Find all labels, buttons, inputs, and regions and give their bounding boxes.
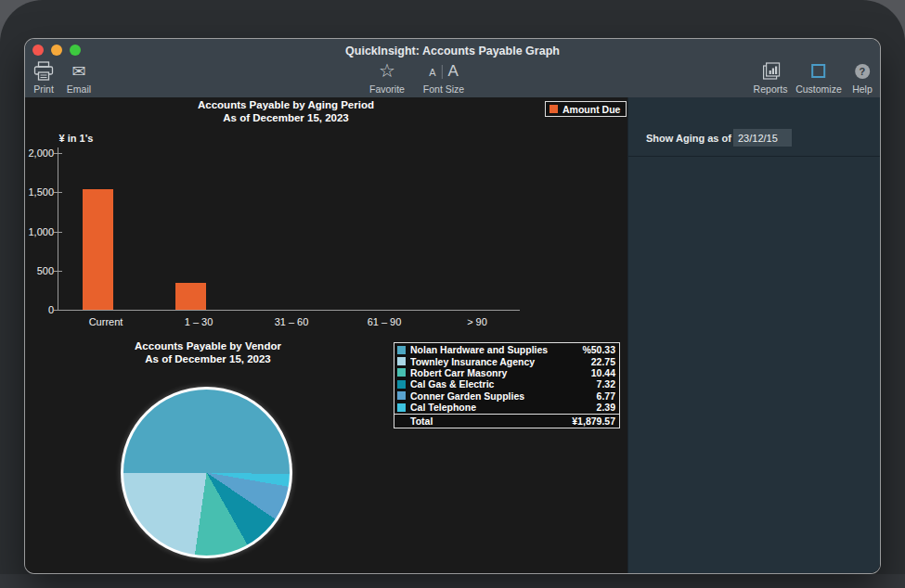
vendor-legend-table: Nolan Hardware and Supplies%50.33Townley… [394,342,620,428]
vendor-percent-value: %50.33 [582,344,619,355]
help-label: Help [852,83,873,95]
desktop-background: QuickInsight: Accounts Payable Graph Pri… [0,0,905,588]
amount-due-bar[interactable] [175,283,206,310]
window-chrome: QuickInsight: Accounts Payable Graph Pri… [25,39,880,97]
x-category-label: 31 – 60 [250,316,333,327]
y-tick-mark [54,310,62,311]
show-aging-label: Show Aging as of [646,133,731,144]
email-button[interactable]: ✉ Email [67,60,91,95]
reports-button[interactable]: Reports [754,60,788,95]
favorite-star-icon: ☆ [369,60,405,82]
vendor-swatch-icon [397,346,406,354]
vendor-name: Cal Gas & Electric [410,378,597,390]
vendor-pie-ring [121,387,292,558]
font-size-button[interactable]: A A Font Size [423,60,464,95]
x-category-label: > 90 [435,316,519,327]
font-size-separator [441,65,442,79]
y-tick-label: 1,500 [25,186,54,198]
vendor-swatch-icon [397,368,406,377]
amount-due-legend-label: Amount Due [562,104,620,115]
vendor-name: Conner Garden Supplies [410,390,597,402]
help-icon: ? [852,60,873,82]
vendor-swatch-icon [397,391,406,400]
app-window: QuickInsight: Accounts Payable Graph Pri… [25,39,880,573]
vendor-name: Robert Carr Masonry [410,367,591,378]
font-size-icon: A A [423,60,464,82]
x-category-label: Current [64,316,148,327]
y-tick-mark [54,232,62,233]
vendor-legend-row: Conner Garden Supplies6.77 [394,390,619,402]
reports-label: Reports [754,83,788,95]
y-axis-line [58,147,58,310]
vendor-swatch-icon [397,357,406,365]
pie-chart-title: Accounts Payable by Vendor As of Decembe… [81,339,335,365]
amount-due-legend: Amount Due [545,101,627,117]
desktop-bottom-strip [0,574,905,588]
vendor-legend-row: Cal Gas & Electric7.32 [394,378,619,390]
font-size-small-a: A [429,67,435,79]
y-tick-mark [54,271,62,272]
print-icon [33,60,55,82]
options-panel: Show Aging as of [627,97,880,573]
favorite-label: Favorite [369,83,405,95]
y-tick-label: 2,000 [25,147,54,159]
font-size-big-a: A [447,63,458,79]
aging-date-input[interactable] [733,129,792,147]
amount-due-swatch-icon [549,105,558,113]
vendor-legend-row: Nolan Hardware and Supplies%50.33 [394,344,619,355]
bar-chart-title: Accounts Payable by Aging Period As of D… [25,98,547,124]
x-category-label: 61 – 90 [343,316,426,327]
y-tick-label: 0 [25,304,54,315]
vendor-percent-value: 7.32 [597,378,619,390]
font-size-label: Font Size [423,83,464,95]
bar-chart-title-line2: As of December 15, 2023 [25,111,547,124]
customize-label: Customize [795,83,842,95]
vendor-total-row: Total¥1,879.57 [394,414,619,427]
vendor-name: Cal Telephone [410,402,597,413]
panel-divider [628,156,880,157]
favorite-button[interactable]: ☆ Favorite [369,60,405,95]
vendor-percent-value: 2.39 [597,402,619,413]
y-axis-unit-label: ¥ in 1's [44,133,109,144]
pie-chart-title-line2: As of December 15, 2023 [81,352,335,365]
vendor-percent-value: 6.77 [597,390,619,402]
vendor-legend-row: Cal Telephone2.39 [394,402,619,413]
pie-chart-title-line1: Accounts Payable by Vendor [81,339,335,352]
x-axis-line [58,310,520,311]
reports-icon [754,60,788,82]
vendor-legend-row: Robert Carr Masonry10.44 [394,367,619,378]
window-title: QuickInsight: Accounts Payable Graph [25,45,880,58]
print-label: Print [33,83,55,95]
vendor-pie-chart[interactable] [123,390,290,556]
vendor-swatch-icon [397,380,406,389]
vendor-legend-row: Townley Insurance Agency22.75 [394,355,619,366]
customize-icon [795,60,842,82]
vendor-percent-value: 22.75 [591,356,619,367]
vendor-total-label: Total [394,415,572,427]
y-tick-label: 1,000 [25,226,54,237]
vendor-name: Nolan Hardware and Supplies [410,344,582,355]
vendor-percent-value: 10.44 [591,367,619,378]
vendor-total-value: ¥1,879.57 [572,415,619,427]
vendor-name: Townley Insurance Agency [410,356,591,367]
y-tick-mark [54,153,62,154]
bar-chart-title-line1: Accounts Payable by Aging Period [25,98,547,111]
y-tick-label: 500 [25,265,54,276]
amount-due-bar[interactable] [83,189,113,310]
email-label: Email [67,83,91,95]
report-content: Accounts Payable by Aging Period As of D… [25,97,880,573]
y-tick-mark [54,192,62,193]
vendor-swatch-icon [397,403,406,412]
customize-button[interactable]: Customize [795,60,842,95]
help-button[interactable]: ? Help [852,60,873,95]
email-icon: ✉ [67,60,91,82]
print-button[interactable]: Print [33,60,55,95]
x-category-label: 1 – 30 [157,316,240,327]
